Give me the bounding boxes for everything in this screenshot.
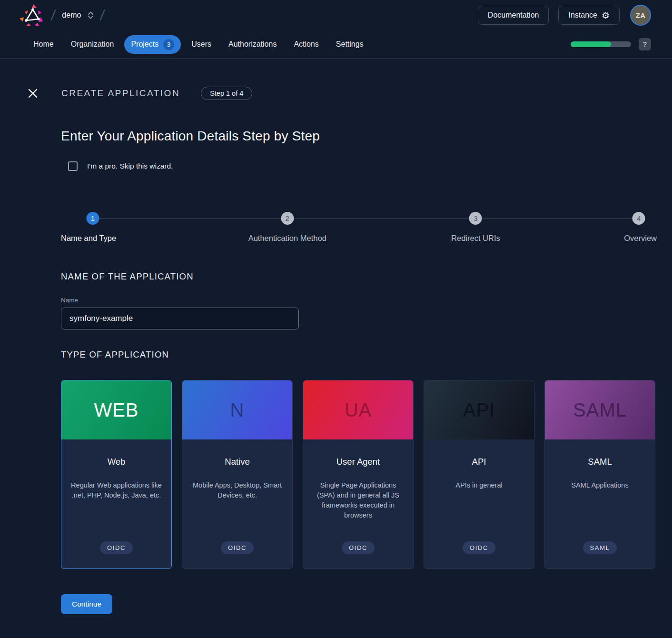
- name-section: NAME OF THE APPLICATION Name: [61, 271, 657, 329]
- documentation-button[interactable]: Documentation: [478, 6, 549, 25]
- app-type-card-body: SAML SAML Applications SAML: [545, 439, 655, 568]
- nav-item-label: Organization: [71, 40, 114, 49]
- app-type-description: Regular Web applications like .net, PHP,…: [69, 480, 164, 500]
- close-button[interactable]: [27, 87, 40, 100]
- app-type-title: User Agent: [336, 457, 380, 467]
- org-name: demo: [62, 11, 81, 20]
- zitadel-logo-icon[interactable]: [19, 4, 45, 27]
- org-switcher[interactable]: demo: [62, 11, 94, 20]
- app-header: / demo / Documentation Instance ⚙ ZA Hom…: [0, 0, 672, 59]
- nav-item[interactable]: Organization: [64, 36, 121, 52]
- app-type-banner: UA: [303, 380, 413, 439]
- continue-label: Continue: [72, 600, 101, 608]
- skip-wizard-checkbox-row[interactable]: I'm a pro. Skip this wizard.: [68, 161, 657, 171]
- app-type-banner: SAML: [545, 380, 655, 439]
- wizard-stepper: 1 Name and Type 2 Authentication Method …: [61, 212, 657, 245]
- skip-wizard-checkbox[interactable]: [68, 161, 78, 171]
- app-type-card-body: API APIs in general OIDC: [424, 439, 534, 568]
- breadcrumb-slash: /: [99, 7, 106, 23]
- wizard-content: Enter Your Application Details Step by S…: [0, 129, 672, 614]
- nav-item[interactable]: Actions: [287, 36, 325, 52]
- application-name-input[interactable]: [61, 308, 299, 329]
- nav-item-label: Projects: [131, 40, 158, 49]
- avatar[interactable]: ZA: [630, 5, 651, 26]
- app-type-card-body: User Agent Single Page Applications (SPA…: [303, 439, 413, 568]
- nav-item[interactable]: Users: [185, 36, 218, 52]
- app-type-card-body: Native Mobile Apps, Desktop, Smart Devic…: [182, 439, 292, 568]
- nav-item[interactable]: Projects 3: [124, 35, 181, 54]
- name-section-title: NAME OF THE APPLICATION: [61, 271, 657, 282]
- type-section-title: TYPE OF APPLICATION: [61, 349, 657, 360]
- app-type-banner-text: SAML: [573, 399, 627, 421]
- breadcrumb-slash: /: [50, 7, 57, 23]
- protocol-chip: OIDC: [463, 541, 495, 554]
- nav-item-badge: 3: [163, 39, 174, 50]
- app-type-card[interactable]: WEB Web Regular Web applications like .n…: [61, 380, 172, 569]
- app-type-banner: N: [182, 380, 292, 439]
- main-nav: Home Organization Projects 3 Users Autho…: [27, 35, 370, 54]
- quota-progress-fill: [571, 41, 611, 47]
- skip-wizard-label: I'm a pro. Skip this wizard.: [87, 162, 173, 170]
- app-type-card[interactable]: UA User Agent Single Page Applications (…: [303, 380, 414, 569]
- wizard-title: CREATE APPLICATION: [61, 88, 180, 99]
- instance-button[interactable]: Instance ⚙: [558, 6, 620, 25]
- continue-button[interactable]: Continue: [61, 594, 112, 614]
- app-type-banner-text: API: [463, 399, 495, 421]
- nav-item-label: Settings: [336, 40, 364, 49]
- nav-item-label: Actions: [294, 40, 318, 49]
- step-label: Overview: [624, 234, 657, 243]
- page-title: Enter Your Application Details Step by S…: [61, 129, 657, 144]
- unfold-more-icon: [88, 11, 94, 20]
- app-type-cards: WEB Web Regular Web applications like .n…: [61, 380, 657, 569]
- app-type-banner: API: [424, 380, 534, 439]
- app-type-description: APIs in general: [455, 480, 502, 490]
- gear-icon: ⚙: [602, 11, 610, 20]
- app-type-card[interactable]: API API APIs in general OIDC: [424, 380, 534, 569]
- nav-item-label: Home: [33, 40, 54, 49]
- app-type-title: Web: [108, 457, 126, 467]
- nav-item[interactable]: Authorizations: [222, 36, 283, 52]
- app-type-banner-text: UA: [345, 399, 372, 421]
- header-top-row: / demo / Documentation Instance ⚙ ZA: [0, 0, 672, 30]
- step-number: 4: [632, 212, 645, 225]
- app-type-banner-text: WEB: [94, 399, 138, 421]
- step-label: Authentication Method: [248, 234, 326, 243]
- app-type-title: SAML: [588, 457, 612, 467]
- app-type-banner-text: N: [230, 399, 245, 421]
- app-type-title: API: [472, 457, 486, 467]
- header-nav-row: Home Organization Projects 3 Users Autho…: [0, 30, 672, 58]
- app-type-description: Single Page Applications (SPA) and in ge…: [311, 480, 405, 520]
- protocol-chip: SAML: [583, 541, 617, 554]
- help-label: ?: [643, 40, 647, 48]
- app-type-title: Native: [225, 457, 249, 467]
- step-number: 3: [469, 212, 482, 225]
- stepper-track: [93, 218, 639, 219]
- app-type-banner: WEB: [61, 380, 171, 439]
- app-type-description: SAML Applications: [571, 480, 628, 490]
- step-label: Redirect URIs: [451, 234, 500, 243]
- nav-item-label: Authorizations: [228, 40, 277, 49]
- documentation-label: Documentation: [488, 11, 539, 20]
- protocol-chip: OIDC: [100, 541, 133, 554]
- wizard-header: CREATE APPLICATION Step 1 of 4: [0, 59, 672, 100]
- protocol-chip: OIDC: [342, 541, 375, 554]
- help-button[interactable]: ?: [639, 38, 651, 50]
- nav-item[interactable]: Home: [27, 36, 60, 52]
- app-type-card-body: Web Regular Web applications like .net, …: [61, 439, 171, 568]
- nav-item-label: Users: [191, 40, 211, 49]
- step-label: Name and Type: [61, 234, 116, 243]
- quota-area: ?: [571, 38, 651, 50]
- step-number: 2: [281, 212, 294, 225]
- app-type-card[interactable]: N Native Mobile Apps, Desktop, Smart Dev…: [182, 380, 293, 569]
- app-type-description: Mobile Apps, Desktop, Smart Devices, etc…: [190, 480, 285, 500]
- protocol-chip: OIDC: [221, 541, 254, 554]
- step-badge: Step 1 of 4: [201, 87, 252, 100]
- type-section: TYPE OF APPLICATION WEB Web Regular Web …: [61, 349, 657, 569]
- avatar-initials: ZA: [636, 11, 646, 20]
- nav-item[interactable]: Settings: [329, 36, 370, 52]
- name-field-label: Name: [61, 297, 657, 304]
- app-type-card[interactable]: SAML SAML SAML Applications SAML: [544, 380, 655, 569]
- quota-progress-bar: [571, 41, 631, 47]
- step-number: 1: [86, 212, 99, 225]
- instance-label: Instance: [568, 11, 597, 20]
